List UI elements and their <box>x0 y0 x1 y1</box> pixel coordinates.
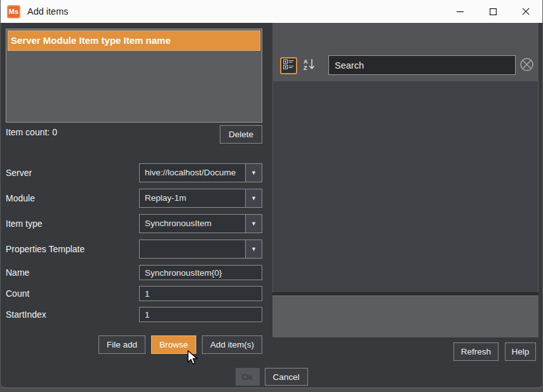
browse-toolbar: A Z <box>272 23 539 81</box>
chevron-down-icon: ▼ <box>245 240 262 258</box>
item-count-label: Item count: 0 <box>6 125 57 137</box>
delete-button[interactable]: Delete <box>220 125 262 144</box>
close-icon <box>522 8 530 15</box>
sort-az-button[interactable]: A Z <box>300 57 318 74</box>
item-type-dropdown[interactable]: SynchronousItem ▼ <box>139 214 262 233</box>
add-item-form: Server hive://localhost/Docume ▼ Module … <box>6 163 262 354</box>
minimize-button[interactable] <box>443 0 476 23</box>
count-label: Count <box>6 288 29 299</box>
window-controls <box>443 0 542 23</box>
right-panel-bottom-bar: Refresh Help <box>272 337 539 366</box>
server-label: Server <box>6 168 32 178</box>
chevron-down-icon: ▼ <box>245 189 262 207</box>
chevron-down-icon: ▼ <box>245 215 262 233</box>
start-index-input[interactable] <box>139 307 262 322</box>
properties-template-row: Properties Template ▼ <box>6 240 262 259</box>
item-type-row: Item type SynchronousItem ▼ <box>6 214 262 233</box>
titlebar: Ms Add items <box>1 0 542 23</box>
count-field-row: Count <box>6 286 262 301</box>
add-items-dialog: Ms Add items Server Module Item type Ite… <box>0 0 543 388</box>
tree-view-icon <box>283 59 294 72</box>
start-index-label: StartIndex <box>6 309 46 320</box>
ok-button: Ok <box>236 368 260 386</box>
dialog-footer: Ok Cancel <box>1 366 542 388</box>
file-add-button[interactable]: File add <box>98 335 145 354</box>
name-row: Name <box>6 265 262 280</box>
count-row: Item count: 0 Delete <box>6 125 262 144</box>
start-index-row: StartIndex <box>6 307 262 322</box>
minimize-icon <box>457 8 464 15</box>
tree-view-toggle-button[interactable] <box>280 57 297 74</box>
item-type-label: Item type <box>6 219 43 229</box>
action-buttons: File add Browse Add item(s) <box>6 335 262 354</box>
sort-az-icon: A Z <box>302 58 316 74</box>
window-title: Add items <box>27 6 68 17</box>
main-area: Server Module Item type Item name Item c… <box>1 23 542 366</box>
browse-button[interactable]: Browse <box>151 335 196 354</box>
name-label: Name <box>6 267 29 278</box>
svg-text:A: A <box>304 58 308 65</box>
search-input[interactable] <box>329 60 515 71</box>
selected-items-list[interactable]: Server Module Item type Item name <box>6 29 262 123</box>
cancel-button[interactable]: Cancel <box>265 368 308 386</box>
help-button[interactable]: Help <box>505 342 536 361</box>
chevron-down-icon: ▼ <box>245 164 262 182</box>
add-items-button[interactable]: Add item(s) <box>202 335 262 354</box>
add-items-window: Ms Add items Server Module Item type Ite… <box>0 0 543 392</box>
clear-search-icon <box>520 57 534 74</box>
item-preview-panel <box>272 295 539 337</box>
maximize-button[interactable] <box>476 0 509 23</box>
properties-template-dropdown[interactable]: ▼ <box>139 240 262 259</box>
properties-template-label: Properties Template <box>6 244 84 254</box>
left-panel: Server Module Item type Item name Item c… <box>1 23 267 366</box>
clear-search-button[interactable] <box>518 57 535 75</box>
name-input[interactable] <box>139 265 262 280</box>
maximize-icon <box>490 8 497 15</box>
module-dropdown[interactable]: Replay-1m ▼ <box>139 189 262 208</box>
properties-template-dropdown-value <box>140 240 245 258</box>
app-logo-icon: Ms <box>7 5 20 18</box>
module-dropdown-value: Replay-1m <box>140 189 245 207</box>
right-panel: A Z <box>272 23 539 366</box>
svg-text:Z: Z <box>304 65 307 71</box>
count-input[interactable] <box>139 286 262 301</box>
search-box <box>328 55 516 75</box>
server-browse-tree[interactable] <box>272 81 539 292</box>
server-row: Server hive://localhost/Docume ▼ <box>6 163 262 182</box>
refresh-button[interactable]: Refresh <box>453 342 499 361</box>
server-dropdown-value: hive://localhost/Docume <box>140 164 245 182</box>
items-list-header: Server Module Item type Item name <box>8 30 260 51</box>
module-row: Module Replay-1m ▼ <box>6 189 262 208</box>
close-button[interactable] <box>509 0 542 23</box>
module-label: Module <box>6 193 35 203</box>
item-type-dropdown-value: SynchronousItem <box>140 215 245 233</box>
server-dropdown[interactable]: hive://localhost/Docume ▼ <box>139 163 262 182</box>
